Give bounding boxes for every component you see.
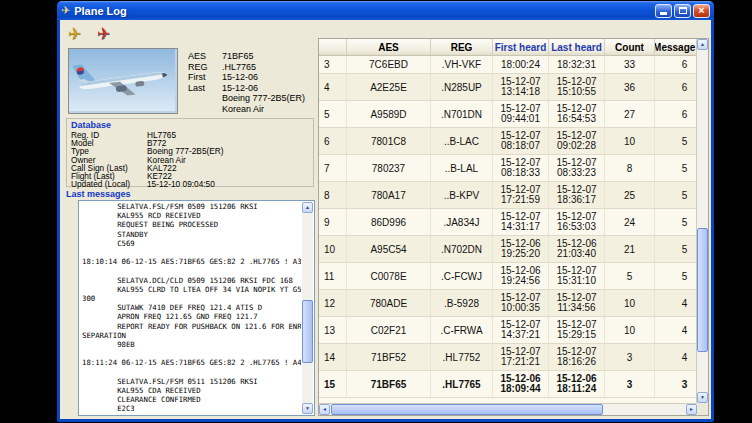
cell-reg: ..B-LAL	[431, 155, 493, 181]
database-row: Type Boeing 777-2B5(ER)	[71, 147, 309, 155]
cell-message-count: 6	[655, 74, 697, 100]
summary-row: REG .HL7765	[188, 62, 305, 73]
cell-aes: 86D996	[347, 209, 431, 235]
cell-message-count: 4	[655, 290, 697, 316]
cell-message-count: 5	[655, 236, 697, 262]
summary-row: AES 71BF65	[188, 51, 305, 62]
cell-last-heard: 15-12-07 16:54:53	[549, 101, 605, 127]
cell-row-number: 11	[319, 263, 347, 289]
cell-aes: 780237	[347, 155, 431, 181]
cell-reg: .N701DN	[431, 101, 493, 127]
table-hscroll-thumb[interactable]	[331, 404, 603, 415]
cell-reg: .C-FRWA	[431, 317, 493, 343]
cell-reg: .VH-VKF	[431, 56, 493, 73]
cell-first-heard: 15-12-07 17:21:21	[493, 344, 549, 370]
messages-scrollbar[interactable]: ▲ ▼	[302, 202, 313, 414]
messages-box[interactable]: SELATVA.FSL/FSM 0509 151206 RKSI KAL955 …	[78, 200, 315, 416]
scrollbar-corner	[697, 403, 708, 415]
table-row[interactable]: 9 86D996 .JA834J 15-12-07 14:31:17 15-12…	[319, 209, 697, 236]
summary-value: 15-12-06	[222, 83, 258, 94]
header-rownum[interactable]	[319, 39, 347, 55]
cell-first-heard: 15-12-06 19:24:56	[493, 263, 549, 289]
aircraft-airline: Korean Air	[222, 104, 305, 115]
aircraft-photo-image	[69, 49, 175, 111]
minimize-button[interactable]	[655, 4, 672, 18]
summary-fields: AES 71BF65 REG .HL7765 First 15-12-06	[188, 51, 305, 93]
table-row[interactable]: 10 A95C54 .N702DN 15-12-06 19:25:20 15-1…	[319, 236, 697, 263]
close-button[interactable]: ×	[693, 4, 710, 18]
scroll-left-icon[interactable]: ◄	[319, 404, 330, 415]
minimize-icon	[660, 12, 667, 15]
cell-aes: A95C54	[347, 236, 431, 262]
scroll-down-icon[interactable]: ▼	[697, 392, 708, 403]
cell-count: 36	[605, 74, 655, 100]
cell-message-count: 4	[655, 317, 697, 343]
table-row[interactable]: 6 7801C8 ..B-LAC 15-12-07 08:18:07 15-12…	[319, 128, 697, 155]
scroll-up-icon[interactable]: ▲	[697, 39, 708, 50]
window-title: Plane Log	[74, 5, 651, 17]
cell-last-heard: 15-12-06 18:11:24	[549, 371, 605, 397]
messages-scrollbar-thumb[interactable]	[302, 300, 313, 364]
database-field-value: 15-12-10 09:04:50	[147, 180, 215, 188]
cell-aes: C0078E	[347, 263, 431, 289]
summary-row: First 15-12-06	[188, 72, 305, 83]
red-plane-icon[interactable]: ✈	[94, 23, 114, 43]
table-row[interactable]: 3 7C6EBD .VH-VKF 18:00:24 18:32:31 33 6	[319, 56, 697, 74]
table-row[interactable]: 8 780A17 ..B-KPV 15-12-07 17:21:59 15-12…	[319, 182, 697, 209]
yellow-plane-icon[interactable]: ✈	[65, 23, 85, 43]
table-row[interactable]: 7 780237 ..B-LAL 15-12-07 08:18:33 15-12…	[319, 155, 697, 182]
header-last-heard[interactable]: Last heard	[549, 39, 605, 55]
cell-first-heard: 15-12-07 08:18:07	[493, 128, 549, 154]
cell-aes: 780ADE	[347, 290, 431, 316]
table-row[interactable]: 12 780ADE .B-5928 15-12-07 10:00:35 15-1…	[319, 290, 697, 317]
cell-row-number: 5	[319, 101, 347, 127]
summary-row: Last 15-12-06	[188, 83, 305, 94]
cell-count: 10	[605, 128, 655, 154]
cell-row-number: 10	[319, 236, 347, 262]
header-reg[interactable]: REG	[431, 39, 493, 55]
cell-reg: .JA834J	[431, 209, 493, 235]
table-horizontal-scrollbar[interactable]: ◄ ►	[319, 403, 697, 415]
header-aes[interactable]: AES	[347, 39, 431, 55]
scroll-down-icon[interactable]: ▼	[302, 403, 313, 414]
toolbar: ✈ ✈	[65, 22, 114, 44]
table-vscroll-thumb[interactable]	[697, 228, 708, 352]
aircraft-photo	[68, 48, 178, 114]
header-message-count[interactable]: Message cou	[655, 39, 697, 55]
cell-last-heard: 15-12-07 11:34:56	[549, 290, 605, 316]
scroll-up-icon[interactable]: ▲	[302, 202, 313, 213]
cell-message-count: 5	[655, 128, 697, 154]
table-vertical-scrollbar[interactable]: ▲ ▼	[696, 39, 708, 403]
table-row[interactable]: 13 C02F21 .C-FRWA 15-12-07 14:37:21 15-1…	[319, 317, 697, 344]
flights-table: AES REG First heard Last heard Count Mes…	[318, 38, 709, 416]
cell-row-number: 4	[319, 74, 347, 100]
table-row[interactable]: 5 A9589D .N701DN 15-12-07 09:44:01 15-12…	[319, 101, 697, 128]
table-header: AES REG First heard Last heard Count Mes…	[319, 39, 697, 56]
cell-row-number: 13	[319, 317, 347, 343]
cell-row-number: 8	[319, 182, 347, 208]
maximize-button[interactable]	[674, 4, 691, 18]
cell-last-heard: 15-12-07 16:53:03	[549, 209, 605, 235]
table-row[interactable]: 11 C0078E .C-FCWJ 15-12-06 19:24:56 15-1…	[319, 263, 697, 290]
database-row: Updated (Local) 15-12-10 09:04:50	[71, 180, 309, 188]
cell-row-number: 14	[319, 344, 347, 370]
summary-value: 71BF65	[222, 51, 254, 62]
database-groupbox: Database Reg. ID HL7765 Model B772 Type	[66, 118, 314, 187]
cell-reg: .C-FCWJ	[431, 263, 493, 289]
cell-message-count: 3	[655, 371, 697, 397]
cell-count: 24	[605, 209, 655, 235]
cell-row-number: 3	[319, 56, 347, 73]
database-field-label: Updated (Local)	[71, 180, 147, 188]
cell-row-number: 9	[319, 209, 347, 235]
cell-first-heard: 15-12-07 08:18:33	[493, 155, 549, 181]
summary-label: REG	[188, 62, 222, 73]
table-row[interactable]: 4 A2E25E .N285UP 15-12-07 13:14:18 15-12…	[319, 74, 697, 101]
table-row[interactable]: 14 71BF52 .HL7752 15-12-07 17:21:21 15-1…	[319, 344, 697, 371]
titlebar[interactable]: ✈ Plane Log ×	[57, 1, 714, 20]
table-row[interactable]: 15 71BF65 .HL7765 15-12-06 18:09:44 15-1…	[319, 371, 697, 398]
header-count[interactable]: Count	[605, 39, 655, 55]
window-controls: ×	[655, 4, 710, 18]
header-first-heard[interactable]: First heard	[493, 39, 549, 55]
scroll-right-icon[interactable]: ►	[686, 404, 697, 415]
cell-row-number: 6	[319, 128, 347, 154]
